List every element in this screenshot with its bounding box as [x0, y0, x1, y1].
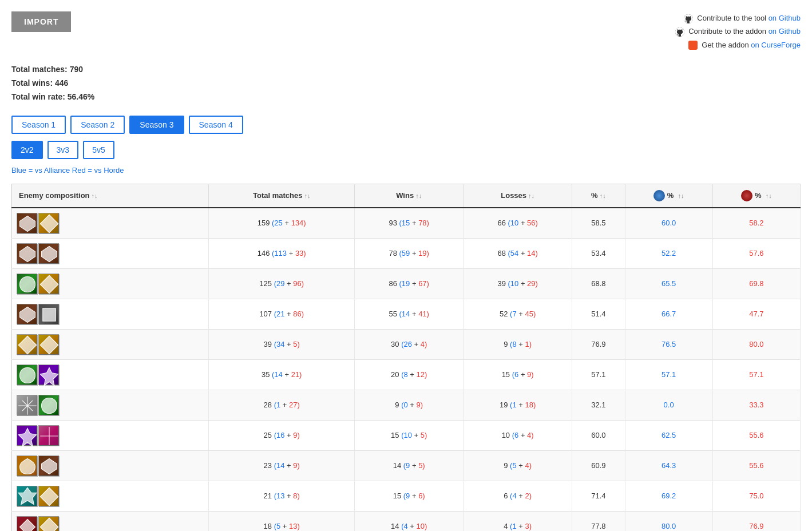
column-header-3[interactable]: Losses↑↓: [464, 184, 572, 208]
mode-button-2v2[interactable]: 2v2: [11, 141, 43, 159]
total-red-9: 8): [293, 492, 300, 500]
wins-red-6: 9): [417, 401, 423, 409]
column-header-0[interactable]: Enemy composition↑↓: [12, 184, 209, 208]
sort-arrows-2: ↑↓: [415, 192, 422, 199]
losses-cell-3: 52 (7 + 45): [464, 299, 572, 329]
column-header-6[interactable]: % ↑↓: [712, 184, 800, 208]
hero-icon-warrior-1-0: [17, 243, 37, 264]
season-button-4[interactable]: Season 4: [189, 116, 243, 134]
wins-cell-7: 15 (10 + 5): [355, 420, 464, 450]
wins-blue-2: (19: [399, 279, 410, 288]
horde-pct-cell-5: 57.1: [712, 359, 800, 390]
column-header-5[interactable]: % ↑↓: [625, 184, 712, 208]
column-header-1[interactable]: Total matches↑↓: [209, 184, 355, 208]
column-header-2[interactable]: Wins↑↓: [355, 184, 464, 208]
total-matches-cell-10: 18 (5 + 13): [209, 511, 355, 531]
mode-button-5v5[interactable]: 5v5: [83, 141, 114, 159]
curseforge-icon: [688, 41, 698, 50]
horde-icon: [741, 190, 752, 201]
composition-cell-3: [12, 299, 209, 329]
mode-button-3v3[interactable]: 3v3: [47, 141, 79, 159]
season-button-3[interactable]: Season 3: [129, 116, 184, 134]
pct-cell-4: 76.9: [572, 329, 625, 359]
losses-blue-9: (4: [510, 492, 517, 500]
table-row: 146 (113 + 33)78 (59 + 19)68 (54 + 14)53…: [12, 238, 801, 268]
losses-cell-7: 10 (6 + 4): [464, 420, 572, 450]
composition-cell-10: [12, 511, 209, 531]
composition-cell-6: [12, 390, 209, 420]
github-addon-link[interactable]: on Github: [769, 27, 801, 35]
composition-cell-1: [12, 238, 209, 268]
hero-icon-rogue-4-1: [38, 334, 59, 355]
table-row: 159 (25 + 134)93 (15 + 78)66 (10 + 56)58…: [12, 208, 801, 239]
curseforge-link[interactable]: on CurseForge: [751, 41, 801, 49]
alliance-pct-cell-6: 0.0: [625, 390, 712, 420]
total-matches-cell-2: 125 (29 + 96): [209, 268, 355, 299]
pct-cell-1: 53.4: [572, 238, 625, 268]
github-tool-link[interactable]: on Github: [769, 14, 801, 22]
total-matches-cell-9: 21 (13 + 8): [209, 481, 355, 511]
season-button-1[interactable]: Season 1: [11, 116, 66, 134]
wins-cell-1: 78 (59 + 19): [355, 238, 464, 268]
hero-icon-hunter-6-1: [38, 395, 59, 415]
hero-icon-warlock-5-1: [38, 364, 59, 385]
losses-cell-0: 66 (10 + 56): [464, 208, 572, 239]
total-matches-cell-7: 25 (16 + 9): [209, 420, 355, 450]
wins-cell-2: 86 (19 + 67): [355, 268, 464, 299]
table-header: Enemy composition↑↓Total matches↑↓Wins↑↓…: [12, 184, 801, 208]
wins-red-10: 10): [417, 522, 427, 530]
losses-blue-3: (7: [510, 310, 517, 318]
losses-cell-2: 39 (10 + 29): [464, 268, 572, 299]
losses-cell-1: 68 (54 + 14): [464, 238, 572, 268]
composition-cell-9: [12, 481, 209, 511]
github-addon-text: Contribute to the addon: [688, 27, 769, 35]
hero-icon-mixed-3-1: [38, 304, 59, 324]
horde-pct-cell-10: 76.9: [712, 511, 800, 531]
column-header-4[interactable]: %↑↓: [572, 184, 625, 208]
hero-icon-shaman-9-0: [17, 486, 37, 506]
composition-cell-2: [12, 268, 209, 299]
pct-cell-5: 57.1: [572, 359, 625, 390]
total-blue-2: (29: [274, 279, 285, 288]
horde-pct-cell-3: 47.7: [712, 299, 800, 329]
horde-pct-cell-7: 55.6: [712, 420, 800, 450]
losses-blue-1: (54: [508, 249, 518, 257]
wins-red-0: 78): [418, 219, 429, 227]
season-button-2[interactable]: Season 2: [70, 116, 125, 134]
import-button[interactable]: IMPORT: [11, 11, 71, 32]
wins-blue-8: (9: [403, 461, 410, 470]
hero-icon-rogue-2-1: [38, 274, 59, 294]
losses-blue-6: (1: [510, 401, 517, 409]
total-matches-cell-4: 39 (34 + 5): [209, 329, 355, 359]
total-blue-3: (21: [274, 310, 285, 318]
alliance-pct-cell-2: 65.5: [625, 268, 712, 299]
alliance-pct-cell-5: 57.1: [625, 359, 712, 390]
table-body: 159 (25 + 134)93 (15 + 78)66 (10 + 56)58…: [12, 208, 801, 531]
horde-pct-cell-8: 55.6: [712, 450, 800, 481]
wins-red-9: 6): [418, 492, 425, 500]
losses-blue-7: (6: [512, 431, 519, 439]
table-row: 125 (29 + 96)86 (19 + 67)39 (10 + 29)68.…: [12, 268, 801, 299]
wins-blue-6: (0: [401, 401, 408, 409]
hero-icon-priest-6-0: [17, 395, 37, 415]
total-matches-stat: Total matches: 790: [11, 63, 801, 77]
total-red-8: 9): [293, 461, 300, 470]
pct-cell-2: 68.8: [572, 268, 625, 299]
total-red-3: 86): [293, 310, 304, 318]
table-row: 25 (16 + 9)15 (10 + 5)10 (6 + 4)60.062.5…: [12, 420, 801, 450]
wins-cell-5: 20 (8 + 12): [355, 359, 464, 390]
wins-cell-8: 14 (9 + 5): [355, 450, 464, 481]
pct-cell-10: 77.8: [572, 511, 625, 531]
wins-red-7: 5): [421, 431, 427, 439]
sort-arrows-0: ↑↓: [92, 192, 98, 199]
external-links: Contribute to the tool on Github Contrib…: [675, 11, 801, 51]
alliance-icon: [653, 190, 665, 201]
wins-cell-3: 55 (14 + 41): [355, 299, 464, 329]
horde-pct-cell-9: 75.0: [712, 481, 800, 511]
total-wins-stat: Total wins: 446: [11, 77, 801, 90]
table-row: 28 (1 + 27)9 (0 + 9)19 (1 + 18)32.10.033…: [12, 390, 801, 420]
total-red-2: 96): [293, 279, 304, 288]
losses-red-8: 4): [525, 461, 532, 470]
alliance-pct-cell-8: 64.3: [625, 450, 712, 481]
losses-blue-10: (1: [510, 522, 517, 530]
